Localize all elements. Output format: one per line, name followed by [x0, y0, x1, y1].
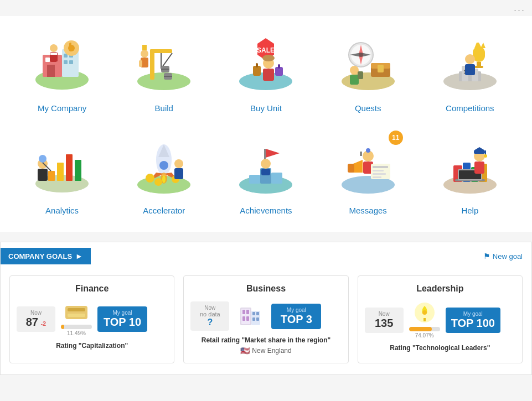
svg-rect-127: [252, 312, 255, 315]
nav-label-my-company: My Company: [38, 103, 86, 113]
svg-rect-57: [474, 66, 483, 68]
svg-rect-86: [271, 173, 282, 184]
goal-business-my-label: My goal: [277, 307, 316, 313]
nav-item-accelerator[interactable]: Accelerator: [120, 124, 208, 221]
svg-rect-37: [278, 64, 280, 69]
messages-badge: 11: [389, 131, 403, 145]
svg-rect-90: [261, 169, 270, 175]
goal-business-my-value: TOP 3: [277, 313, 316, 326]
svg-point-77: [162, 175, 166, 183]
goal-finance-progress-label: 11.49%: [67, 330, 86, 336]
goal-finance-my-value: TOP 10: [103, 316, 142, 329]
svg-point-12: [68, 45, 75, 51]
nav-item-achievements[interactable]: Achievements: [221, 124, 310, 221]
nav-item-messages[interactable]: 11 Messages: [324, 124, 412, 221]
svg-rect-65: [75, 160, 81, 181]
svg-rect-33: [263, 69, 274, 81]
company-goals-button[interactable]: COMPANY GOALS ►: [1, 248, 91, 264]
goal-business-my-goal-box: My goal TOP 3: [271, 304, 321, 329]
goal-business-title: Business: [190, 284, 341, 294]
svg-point-25: [141, 50, 148, 58]
svg-rect-122: [242, 310, 245, 314]
svg-rect-118: [68, 308, 85, 311]
svg-point-13: [50, 44, 58, 52]
nav-item-competitions[interactable]: 1 Competitions: [426, 22, 514, 118]
goal-col-business: Business Now no data ?: [183, 275, 348, 363]
goal-col-finance: Finance Now 87 -2: [9, 275, 174, 363]
goal-business-now-label: Now: [196, 305, 224, 311]
svg-rect-97: [373, 166, 388, 168]
svg-rect-132: [423, 318, 426, 321]
svg-point-59: [465, 54, 475, 64]
nav-item-my-company[interactable]: My Company: [18, 22, 106, 118]
us-flag-icon: 🇺🇸: [240, 346, 250, 355]
nav-label-buy-unit: Buy Unit: [250, 103, 282, 113]
goals-columns: Finance Now 87 -2: [1, 270, 531, 363]
goals-header: COMPANY GOALS ► ⚑ New goal: [1, 242, 531, 270]
svg-rect-18: [150, 49, 172, 53]
goal-leadership-my-value: TOP 100: [451, 317, 495, 330]
svg-rect-4: [47, 65, 55, 77]
svg-rect-129: [252, 317, 255, 321]
svg-point-89: [261, 159, 271, 169]
goal-leadership-now-value: 135: [370, 317, 398, 330]
goal-finance-icon-area: 11.49%: [60, 301, 93, 336]
goal-finance-now-box: Now 87 -2: [17, 306, 55, 332]
svg-rect-115: [485, 150, 486, 155]
svg-rect-130: [256, 317, 259, 321]
svg-rect-82: [174, 168, 183, 179]
goal-finance-now-sub: -2: [40, 320, 46, 327]
goal-finance-now-label: Now: [22, 310, 50, 316]
nav-label-achievements: Achievements: [240, 206, 292, 215]
main-nav-grid: My Company: [0, 16, 532, 232]
company-goals-label: COMPANY GOALS: [8, 252, 72, 261]
nav-item-buy-unit[interactable]: SALE Buy Unit: [221, 22, 310, 118]
svg-rect-124: [242, 316, 245, 321]
nav-row-2: Analytics: [11, 124, 521, 221]
nav-item-analytics[interactable]: Analytics: [18, 124, 106, 221]
svg-marker-58: [474, 43, 485, 48]
svg-rect-27: [139, 60, 142, 67]
new-goal-button[interactable]: ⚑ New goal: [483, 252, 523, 261]
nav-label-help: Help: [461, 206, 478, 215]
svg-rect-60: [465, 64, 475, 75]
nav-label-messages: Messages: [349, 206, 386, 215]
svg-point-47: [350, 66, 359, 75]
nav-item-build[interactable]: Build: [120, 22, 208, 118]
svg-point-116: [484, 154, 487, 158]
goal-business-no-data: no data: [196, 311, 224, 317]
goal-leadership-icon-area: 74.07%: [408, 301, 441, 338]
svg-point-78: [146, 174, 154, 183]
goal-finance-my-goal-box: My goal TOP 10: [97, 306, 147, 332]
svg-rect-100: [373, 176, 381, 178]
goal-finance-progress-bar: [61, 325, 92, 329]
svg-rect-15: [50, 53, 57, 55]
svg-rect-62: [48, 171, 55, 181]
goal-finance-my-label: My goal: [103, 310, 142, 316]
goal-business-rating: Retail rating "Market share in the regio…: [190, 336, 341, 344]
flag-icon: ⚑: [483, 252, 490, 261]
nav-label-analytics: Analytics: [45, 206, 79, 215]
menu-dots[interactable]: ···: [0, 0, 532, 16]
svg-rect-2: [45, 58, 50, 62]
nav-item-quests[interactable]: Quests: [324, 22, 412, 118]
goal-leadership-progress-bar: [409, 327, 440, 331]
svg-rect-95: [348, 164, 354, 173]
goal-leadership-now-label: Now: [370, 311, 398, 317]
svg-marker-88: [266, 149, 280, 158]
goal-finance-now-value: 87: [26, 316, 38, 328]
svg-rect-64: [66, 154, 73, 181]
goal-leadership-progress-label: 74.07%: [415, 332, 434, 338]
svg-point-68: [39, 155, 47, 163]
svg-rect-56: [477, 62, 481, 66]
goal-business-region: New England: [252, 347, 291, 355]
svg-rect-22: [161, 69, 169, 70]
nav-item-help[interactable]: Help: [426, 124, 514, 221]
goals-section: COMPANY GOALS ► ⚑ New goal Finance Now 8…: [0, 242, 532, 375]
nav-row-1: My Company: [11, 22, 521, 118]
goal-col-leadership: Leadership Now 135 74.07%: [358, 275, 523, 363]
svg-rect-117: [65, 306, 87, 319]
svg-point-75: [159, 161, 168, 170]
svg-marker-28: [142, 45, 147, 50]
svg-point-79: [154, 178, 162, 186]
